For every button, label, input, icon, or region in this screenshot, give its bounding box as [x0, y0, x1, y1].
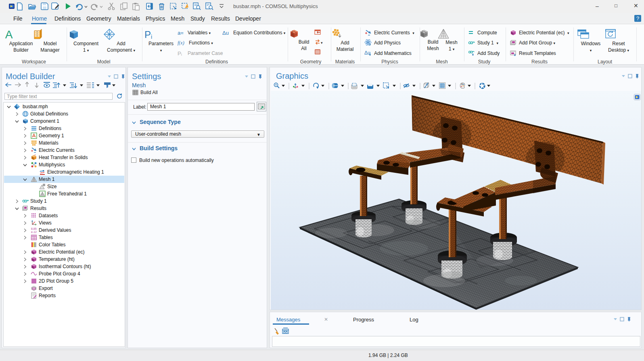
svg-text:i: i [151, 34, 152, 40]
svg-text:P: P [144, 29, 151, 40]
svg-text:▾: ▾ [321, 41, 323, 45]
svg-text:A: A [5, 28, 13, 40]
svg-text:a=: a= [178, 30, 184, 36]
svg-text:f(x): f(x) [178, 40, 184, 46]
svg-text:Pᵢ: Pᵢ [178, 50, 182, 56]
svg-text:Δu: Δu [222, 30, 229, 36]
